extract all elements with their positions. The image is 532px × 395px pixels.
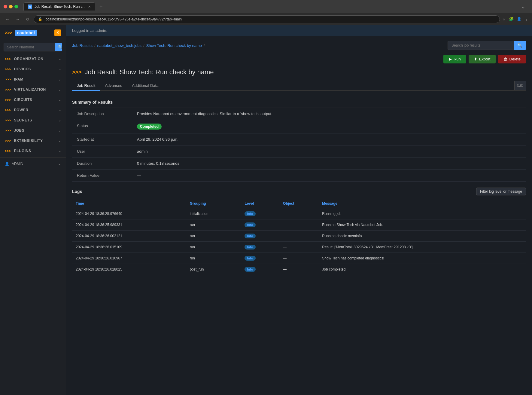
logo-text: nautobot bbox=[15, 30, 38, 36]
col-level: Level bbox=[241, 199, 279, 208]
col-grouping: Grouping bbox=[186, 199, 241, 208]
sidebar-search-input[interactable] bbox=[4, 43, 55, 51]
log-message: Show Tech has completed diagnostics! bbox=[318, 253, 526, 264]
breadcrumb-job-name[interactable]: nautobot_show_tech.jobs bbox=[97, 43, 141, 48]
sidebar-item-circuits[interactable]: >>> CIRCUITS ⌄ bbox=[0, 95, 66, 105]
active-tab[interactable]: N Job Result: Show Tech: Run c... ✕ bbox=[23, 2, 95, 11]
page-arrows: >>> bbox=[72, 69, 82, 75]
side-panel-toggle[interactable]: DJD bbox=[514, 81, 526, 90]
field-value: Completed bbox=[132, 120, 526, 133]
search-job-button[interactable]: 🔍 bbox=[514, 41, 526, 50]
nav-section: >>> ORGANIZATION ⌄ >>> DEVICES ⌄ >>> IPA… bbox=[0, 54, 66, 156]
menu-icon[interactable]: ⋮ bbox=[524, 17, 528, 21]
logs-header: Logs Filter log level or message bbox=[72, 188, 526, 195]
chevron-down-icon: ⌄ bbox=[58, 162, 61, 166]
top-banner: Logged in as admin. bbox=[66, 25, 532, 36]
sidebar-item-organization[interactable]: >>> ORGANIZATION ⌄ bbox=[0, 54, 66, 64]
run-button[interactable]: ▶ Run bbox=[443, 55, 466, 63]
log-time: 2024-04-29 18:36:26.015109 bbox=[72, 242, 186, 253]
field-value: 0 minutes, 0.18 seconds bbox=[132, 158, 526, 170]
log-level: Info bbox=[241, 264, 279, 275]
log-grouping: run bbox=[186, 253, 241, 264]
tab-advanced[interactable]: Advanced bbox=[100, 81, 127, 91]
sidebar-item-plugins[interactable]: >>> PLUGINS ⌄ bbox=[0, 146, 66, 156]
delete-button[interactable]: 🗑 Delete bbox=[498, 55, 526, 63]
log-row: 2024-04-29 18:36:26.015109 run Info — Re… bbox=[72, 242, 526, 253]
search-job-input[interactable] bbox=[448, 41, 514, 50]
breadcrumb-job-results[interactable]: Job Results bbox=[72, 43, 93, 48]
close-traffic-light[interactable] bbox=[4, 5, 7, 8]
sidebar-search-button[interactable]: 🔍 bbox=[55, 43, 62, 51]
tab-close-icon[interactable]: ✕ bbox=[88, 5, 91, 9]
summary-title: Summary of Results bbox=[72, 97, 526, 108]
field-value: Provides Nautobot os.environment diagnos… bbox=[132, 108, 526, 120]
log-grouping: run bbox=[186, 231, 241, 242]
logs-title: Logs bbox=[72, 189, 82, 194]
log-object: — bbox=[279, 242, 318, 253]
chevron-down-icon: ⌄ bbox=[58, 129, 61, 133]
tab-bar: N Job Result: Show Tech: Run c... ✕ + bbox=[23, 2, 518, 11]
sidebar-item-extensibility[interactable]: >>> EXTENSIBILITY ⌄ bbox=[0, 136, 66, 146]
search-job-wrap: 🔍 bbox=[448, 41, 526, 50]
back-button[interactable]: ← bbox=[4, 16, 11, 23]
breadcrumb-sep-1: / bbox=[94, 43, 96, 48]
log-time: 2024-04-29 18:36:26.002121 bbox=[72, 231, 186, 242]
chevron-down-icon: ⌄ bbox=[58, 108, 61, 112]
minimize-traffic-light[interactable] bbox=[9, 5, 13, 8]
sidebar-item-secrets[interactable]: >>> SECRETS ⌄ bbox=[0, 115, 66, 125]
log-row: 2024-04-29 18:36:26.028025 post_run Info… bbox=[72, 264, 526, 275]
window-controls: ⌄ bbox=[521, 3, 528, 10]
breadcrumb-current[interactable]: Show Tech: Run check by name bbox=[146, 43, 202, 48]
export-icon: ⬆ bbox=[474, 57, 477, 61]
summary-table: Job Description Provides Nautobot os.env… bbox=[72, 108, 526, 182]
chevron-down-icon: ⌄ bbox=[58, 78, 61, 81]
log-level: Info bbox=[241, 208, 279, 219]
bookmark-icon[interactable]: ☆ bbox=[502, 17, 506, 21]
sidebar-item-ipam[interactable]: >>> IPAM ⌄ bbox=[0, 74, 66, 84]
admin-label: ADMIN bbox=[12, 162, 23, 166]
sidebar-logo: >>> nautobot K bbox=[0, 25, 66, 40]
page-title: Job Result: Show Tech: Run check by name bbox=[85, 68, 214, 76]
sidebar-search-box: 🔍 bbox=[0, 40, 66, 54]
field-value: April 29, 2024 6:36 p.m. bbox=[132, 133, 526, 145]
sidebar-divider bbox=[0, 157, 66, 158]
log-grouping: initialization bbox=[186, 208, 241, 219]
export-button[interactable]: ⬆ Export bbox=[469, 55, 496, 63]
log-time: 2024-04-29 18:36:25.976640 bbox=[72, 208, 186, 219]
banner-text: Logged in as admin. bbox=[72, 28, 107, 33]
field-label: Status bbox=[72, 120, 132, 133]
log-message: Result: ['MemTotal: 8029624 kB', 'MemFre… bbox=[318, 242, 526, 253]
log-time: 2024-04-29 18:36:26.016967 bbox=[72, 253, 186, 264]
content-area: Job Results / nautobot_show_tech.jobs / … bbox=[66, 36, 532, 280]
log-level: Info bbox=[241, 231, 279, 242]
forward-button[interactable]: → bbox=[14, 16, 22, 23]
tab-additional-data[interactable]: Additional Data bbox=[127, 81, 163, 91]
maximize-traffic-light[interactable] bbox=[14, 5, 18, 8]
chevron-down-icon: ⌄ bbox=[58, 98, 61, 102]
table-row: Duration 0 minutes, 0.18 seconds bbox=[72, 158, 526, 170]
sidebar-item-admin[interactable]: 👤 ADMIN ⌄ bbox=[0, 159, 66, 169]
breadcrumb-sep-3: / bbox=[204, 43, 205, 48]
new-tab-button[interactable]: + bbox=[97, 3, 105, 10]
log-grouping: post_run bbox=[186, 264, 241, 275]
profile-icon[interactable]: 👤 bbox=[517, 17, 521, 21]
log-row: 2024-04-29 18:36:26.016967 run Info — Sh… bbox=[72, 253, 526, 264]
traffic-lights bbox=[4, 5, 18, 8]
filter-log-button[interactable]: Filter log level or message bbox=[476, 188, 526, 195]
log-message: Running Show Tech via Nautobot Job. bbox=[318, 219, 526, 231]
reload-button[interactable]: ↻ bbox=[24, 16, 31, 23]
browser-toolbar-icons: ☆ 🧩 👤 ⋮ bbox=[502, 17, 528, 21]
sidebar-item-power[interactable]: >>> POWER ⌄ bbox=[0, 105, 66, 115]
sidebar-item-devices[interactable]: >>> DEVICES ⌄ bbox=[0, 64, 66, 74]
col-message: Message bbox=[318, 199, 526, 208]
col-time: Time bbox=[72, 199, 186, 208]
log-row: 2024-04-29 18:36:25.989331 run Info — Ru… bbox=[72, 219, 526, 231]
sidebar-item-virtualization[interactable]: >>> VIRTUALIZATION ⌄ bbox=[0, 84, 66, 95]
url-bar[interactable]: 🔒 localhost:8080/extras/job-results/aec4… bbox=[34, 15, 500, 23]
sidebar-collapse-button[interactable]: K bbox=[54, 29, 61, 36]
tab-job-result[interactable]: Job Result bbox=[72, 81, 100, 91]
sidebar-item-jobs[interactable]: >>> JOBS ⌄ bbox=[0, 125, 66, 136]
table-row: Started at April 29, 2024 6:36 p.m. bbox=[72, 133, 526, 145]
extensions-icon[interactable]: 🧩 bbox=[509, 17, 514, 21]
field-label: Duration bbox=[72, 158, 132, 170]
